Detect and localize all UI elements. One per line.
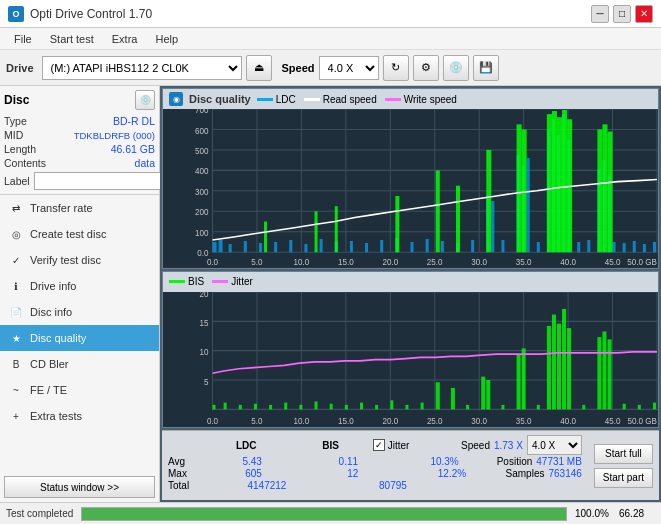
disc-mid-row: MID TDKBLDRFB (000) bbox=[4, 128, 155, 142]
svg-rect-130 bbox=[315, 401, 318, 409]
svg-rect-137 bbox=[421, 402, 424, 409]
refresh-button[interactable]: ↻ bbox=[383, 55, 409, 81]
svg-rect-148 bbox=[552, 314, 556, 409]
status-window-button[interactable]: Status window >> bbox=[4, 476, 155, 498]
svg-rect-74 bbox=[395, 196, 399, 252]
svg-text:200: 200 bbox=[195, 208, 209, 217]
svg-rect-133 bbox=[360, 402, 363, 409]
disc-button[interactable]: 💿 bbox=[443, 55, 469, 81]
sidebar-item-cd-bler[interactable]: B CD Bler bbox=[0, 351, 159, 377]
svg-rect-41 bbox=[501, 240, 504, 252]
legend-bis-label: BIS bbox=[188, 276, 204, 287]
disc-contents-value: data bbox=[135, 157, 155, 169]
drive-selector-group: (M:) ATAPI iHBS112 2 CL0K ⏏ bbox=[42, 55, 272, 81]
disc-icon-btn[interactable]: 💿 bbox=[135, 90, 155, 110]
svg-text:45.0: 45.0 bbox=[605, 415, 621, 426]
sidebar-item-transfer-rate[interactable]: ⇄ Transfer rate bbox=[0, 195, 159, 221]
chart-bottom-svg: 20 15 10 5 20% 16% 12% 8% 4% 0.0 5.0 10.… bbox=[163, 292, 658, 427]
svg-text:20: 20 bbox=[199, 292, 208, 299]
disc-length-value: 46.61 GB bbox=[111, 143, 155, 155]
svg-text:50.0 GB: 50.0 GB bbox=[627, 257, 657, 266]
chart-bottom-legend: BIS Jitter bbox=[169, 276, 253, 287]
svg-text:5.0: 5.0 bbox=[251, 415, 262, 426]
titlebar-left: O Opti Drive Control 1.70 bbox=[8, 6, 152, 22]
svg-rect-132 bbox=[345, 404, 348, 409]
svg-rect-27 bbox=[304, 244, 307, 252]
svg-text:20.0: 20.0 bbox=[382, 415, 398, 426]
titlebar: O Opti Drive Control 1.70 ─ □ ✕ bbox=[0, 0, 661, 28]
progress-percent: 100.0% bbox=[575, 508, 611, 519]
sidebar-item-drive-info[interactable]: ℹ Drive info bbox=[0, 273, 159, 299]
start-part-button[interactable]: Start part bbox=[594, 468, 653, 488]
sidebar-item-create-test-disc[interactable]: ◎ Create test disc bbox=[0, 221, 159, 247]
position-value: 47731 MB bbox=[536, 456, 582, 467]
svg-text:5.0: 5.0 bbox=[251, 257, 263, 266]
svg-rect-58 bbox=[633, 241, 636, 252]
speed-value-header: 1.73 X bbox=[494, 440, 523, 451]
menu-start-test[interactable]: Start test bbox=[42, 31, 102, 47]
sidebar-item-disc-info[interactable]: 📄 Disc info bbox=[0, 299, 159, 325]
svg-text:400: 400 bbox=[195, 167, 209, 176]
svg-text:0.0: 0.0 bbox=[207, 415, 218, 426]
svg-rect-32 bbox=[380, 240, 383, 252]
svg-rect-36 bbox=[441, 241, 444, 252]
sidebar-item-fe-te[interactable]: ~ FE / TE bbox=[0, 377, 159, 403]
speed-select[interactable]: 4.0 X bbox=[319, 56, 379, 80]
progress-bar-fill bbox=[82, 508, 566, 520]
disc-label-label: Label bbox=[4, 175, 30, 187]
jitter-checkbox[interactable]: ✓ bbox=[373, 439, 385, 451]
menu-help[interactable]: Help bbox=[147, 31, 186, 47]
menu-file[interactable]: File bbox=[6, 31, 40, 47]
svg-rect-72 bbox=[436, 170, 440, 252]
drive-select[interactable]: (M:) ATAPI iHBS112 2 CL0K bbox=[42, 56, 242, 80]
disc-section-title: Disc bbox=[4, 93, 29, 107]
minimize-button[interactable]: ─ bbox=[591, 5, 609, 23]
sidebar-item-verify-test-disc[interactable]: ✓ Verify test disc bbox=[0, 247, 159, 273]
disc-label-input[interactable] bbox=[34, 172, 167, 190]
save-button[interactable]: 💾 bbox=[473, 55, 499, 81]
svg-text:40.0: 40.0 bbox=[560, 257, 576, 266]
svg-text:10.0: 10.0 bbox=[294, 415, 310, 426]
statusbar-value: 66.28 bbox=[619, 508, 655, 519]
max-jitter: 12.2% bbox=[402, 468, 501, 479]
svg-rect-52 bbox=[587, 240, 590, 252]
disc-type-label: Type bbox=[4, 115, 27, 127]
svg-rect-139 bbox=[451, 388, 455, 409]
svg-rect-145 bbox=[522, 348, 526, 409]
sidebar-item-disc-info-label: Disc info bbox=[30, 306, 72, 318]
chart-legend: LDC Read speed Write speed bbox=[257, 94, 457, 105]
speed-select-stats[interactable]: 4.0 X bbox=[527, 435, 582, 455]
svg-rect-142 bbox=[486, 380, 490, 409]
legend-bis: BIS bbox=[169, 276, 204, 287]
extra-tests-icon: + bbox=[8, 408, 24, 424]
cd-bler-icon: B bbox=[8, 356, 24, 372]
chart-top-svg: 700 600 500 400 300 200 100 0.0 18X 16X … bbox=[163, 109, 658, 268]
sidebar: Disc 💿 Type BD-R DL MID TDKBLDRFB (000) … bbox=[0, 86, 160, 502]
svg-text:25.0: 25.0 bbox=[427, 415, 443, 426]
speed-label: Speed bbox=[282, 62, 315, 74]
svg-rect-134 bbox=[375, 404, 378, 409]
start-full-button[interactable]: Start full bbox=[594, 444, 653, 464]
svg-rect-24 bbox=[259, 243, 262, 252]
svg-rect-149 bbox=[557, 323, 561, 409]
sidebar-nav: ⇄ Transfer rate ◎ Create test disc ✓ Ver… bbox=[0, 195, 159, 472]
maximize-button[interactable]: □ bbox=[613, 5, 631, 23]
settings-button[interactable]: ⚙ bbox=[413, 55, 439, 81]
app-icon: O bbox=[8, 6, 24, 22]
sidebar-item-extra-tests[interactable]: + Extra tests bbox=[0, 403, 159, 429]
main-layout: Disc 💿 Type BD-R DL MID TDKBLDRFB (000) … bbox=[0, 86, 661, 502]
chart-bottom-titlebar: BIS Jitter bbox=[163, 272, 658, 292]
stats-max-row: Max 605 12 12.2% Samples 763146 bbox=[168, 468, 582, 479]
disc-type-row: Type BD-R DL bbox=[4, 114, 155, 128]
svg-rect-57 bbox=[623, 243, 626, 252]
eject-button[interactable]: ⏏ bbox=[246, 55, 272, 81]
chart-top-area: 700 600 500 400 300 200 100 0.0 18X 16X … bbox=[163, 109, 658, 268]
chart-title: Disc quality bbox=[189, 93, 251, 105]
svg-rect-143 bbox=[501, 404, 504, 409]
svg-rect-157 bbox=[638, 404, 641, 409]
max-bis: 12 bbox=[303, 468, 402, 479]
menu-extra[interactable]: Extra bbox=[104, 31, 146, 47]
sidebar-item-disc-quality[interactable]: ★ Disc quality bbox=[0, 325, 159, 351]
svg-rect-61 bbox=[486, 150, 491, 252]
close-button[interactable]: ✕ bbox=[635, 5, 653, 23]
